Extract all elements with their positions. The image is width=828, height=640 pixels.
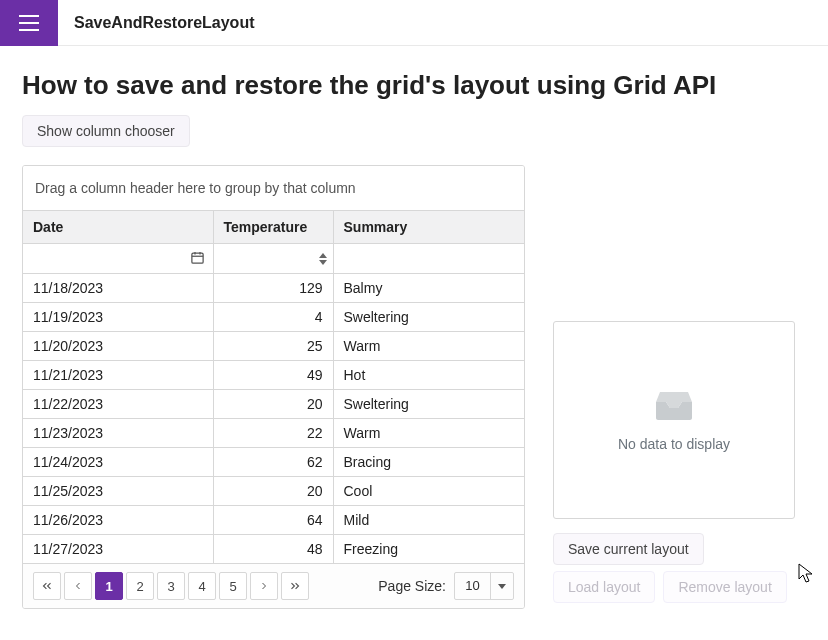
caret-down-icon — [497, 581, 507, 591]
cell-summary: Sweltering — [333, 303, 524, 332]
filter-row — [23, 244, 524, 274]
page-size-label: Page Size: — [378, 578, 446, 594]
content-columns: Drag a column header here to group by th… — [22, 165, 806, 609]
cell-summary: Cool — [333, 477, 524, 506]
grid-body: 11/18/2023129Balmy11/19/20234Sweltering1… — [23, 274, 524, 564]
cell-summary: Warm — [333, 419, 524, 448]
app-title: SaveAndRestoreLayout — [58, 14, 255, 32]
load-layout-button[interactable]: Load layout — [553, 571, 655, 603]
table-row[interactable]: 11/21/202349Hot — [23, 361, 524, 390]
table-row[interactable]: 11/25/202320Cool — [23, 477, 524, 506]
hamburger-icon — [18, 14, 40, 32]
chevron-double-left-icon — [40, 579, 54, 593]
table-row[interactable]: 11/27/202348Freezing — [23, 535, 524, 564]
layout-panel: No data to display Save current layout L… — [553, 321, 795, 609]
pager-page-button[interactable]: 2 — [126, 572, 154, 600]
cell-date: 11/22/2023 — [23, 390, 213, 419]
header-row: Date Temperature Summary — [23, 211, 524, 244]
remove-layout-button[interactable]: Remove layout — [663, 571, 786, 603]
svg-rect-3 — [191, 253, 202, 263]
cell-date: 11/25/2023 — [23, 477, 213, 506]
cell-temperature: 64 — [213, 506, 333, 535]
inbox-icon — [652, 388, 696, 422]
cell-temperature: 129 — [213, 274, 333, 303]
cell-temperature: 62 — [213, 448, 333, 477]
cursor-icon — [798, 563, 814, 586]
cell-date: 11/19/2023 — [23, 303, 213, 332]
cell-temperature: 25 — [213, 332, 333, 361]
topbar: SaveAndRestoreLayout — [0, 0, 828, 46]
pager-numbers: 12345 — [95, 572, 250, 600]
table-row[interactable]: 11/19/20234Sweltering — [23, 303, 524, 332]
cell-temperature: 48 — [213, 535, 333, 564]
cell-date: 11/27/2023 — [23, 535, 213, 564]
cell-summary: Mild — [333, 506, 524, 535]
cell-date: 11/21/2023 — [23, 361, 213, 390]
filter-cell-temperature[interactable] — [213, 244, 333, 274]
table-row[interactable]: 11/20/202325Warm — [23, 332, 524, 361]
table-row[interactable]: 11/24/202362Bracing — [23, 448, 524, 477]
cell-temperature: 4 — [213, 303, 333, 332]
cell-summary: Warm — [333, 332, 524, 361]
app-shell: SaveAndRestoreLayout How to save and res… — [0, 0, 828, 640]
column-header-summary[interactable]: Summary — [333, 211, 524, 244]
cell-date: 11/24/2023 — [23, 448, 213, 477]
cell-temperature: 22 — [213, 419, 333, 448]
pager-last-button[interactable] — [281, 572, 309, 600]
cell-summary: Hot — [333, 361, 524, 390]
filter-cell-summary[interactable] — [333, 244, 524, 274]
chevron-right-icon — [258, 580, 270, 592]
cell-summary: Balmy — [333, 274, 524, 303]
page-title: How to save and restore the grid's layou… — [22, 70, 806, 101]
grid-table: Date Temperature Summary — [23, 211, 524, 564]
chevron-double-right-icon — [288, 579, 302, 593]
cell-temperature: 49 — [213, 361, 333, 390]
chevron-left-icon — [72, 580, 84, 592]
column-header-temperature[interactable]: Temperature — [213, 211, 333, 244]
cell-date: 11/23/2023 — [23, 419, 213, 448]
cell-summary: Freezing — [333, 535, 524, 564]
page-size-select[interactable]: 10 — [454, 572, 514, 600]
pager-first-button[interactable] — [33, 572, 61, 600]
no-data-text: No data to display — [618, 436, 730, 452]
cell-summary: Bracing — [333, 448, 524, 477]
cell-date: 11/26/2023 — [23, 506, 213, 535]
cell-temperature: 20 — [213, 477, 333, 506]
pager-page-button[interactable]: 4 — [188, 572, 216, 600]
table-row[interactable]: 11/22/202320Sweltering — [23, 390, 524, 419]
main-content: How to save and restore the grid's layou… — [0, 46, 828, 629]
spin-buttons[interactable] — [319, 253, 327, 265]
cell-date: 11/20/2023 — [23, 332, 213, 361]
cell-date: 11/18/2023 — [23, 274, 213, 303]
show-column-chooser-button[interactable]: Show column chooser — [22, 115, 190, 147]
table-row[interactable]: 11/26/202364Mild — [23, 506, 524, 535]
pager: 12345 Page Size: 10 — [23, 564, 524, 608]
data-grid: Drag a column header here to group by th… — [22, 165, 525, 609]
pager-page-button[interactable]: 5 — [219, 572, 247, 600]
filter-cell-date[interactable] — [23, 244, 213, 274]
hamburger-menu-button[interactable] — [0, 0, 58, 46]
saved-layouts-list: No data to display — [553, 321, 795, 519]
page-size-value: 10 — [455, 573, 491, 599]
calendar-icon[interactable] — [190, 250, 205, 268]
pager-page-button[interactable]: 1 — [95, 572, 123, 600]
pager-next-button[interactable] — [250, 572, 278, 600]
cell-summary: Sweltering — [333, 390, 524, 419]
pager-page-button[interactable]: 3 — [157, 572, 185, 600]
group-panel[interactable]: Drag a column header here to group by th… — [23, 166, 524, 211]
save-layout-button[interactable]: Save current layout — [553, 533, 704, 565]
column-header-date[interactable]: Date — [23, 211, 213, 244]
cell-temperature: 20 — [213, 390, 333, 419]
table-row[interactable]: 11/18/2023129Balmy — [23, 274, 524, 303]
chevron-up-icon[interactable] — [319, 253, 327, 258]
svg-marker-10 — [498, 584, 506, 589]
pager-prev-button[interactable] — [64, 572, 92, 600]
table-row[interactable]: 11/23/202322Warm — [23, 419, 524, 448]
page-size-dropdown-button[interactable] — [491, 581, 513, 591]
chevron-down-icon[interactable] — [319, 260, 327, 265]
